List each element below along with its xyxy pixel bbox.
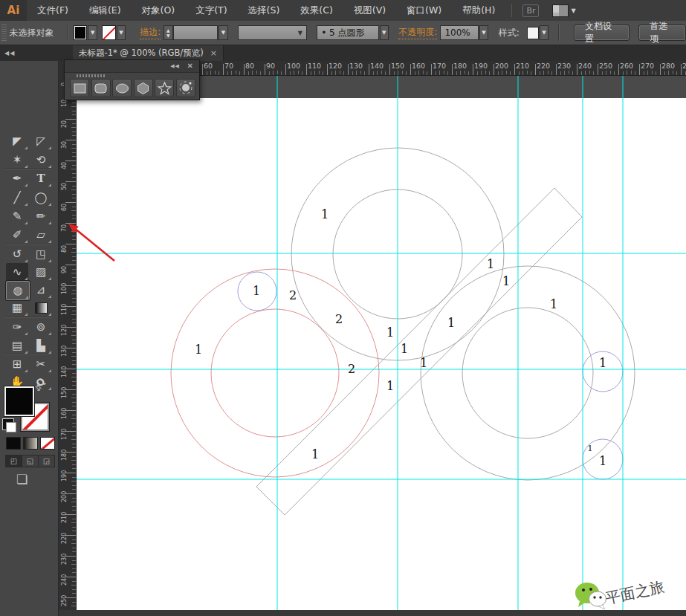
ruler-minor-tick [71,564,76,565]
flare-tool[interactable] [176,79,195,97]
stroke-panel-link[interactable]: 描边: [140,26,161,39]
selection-tool[interactable]: ◤ [6,132,28,150]
menu-item-7[interactable]: 窗口(W) [396,0,452,21]
ruler-tick [265,64,265,75]
document-setup-button[interactable]: 文档设置 [574,25,630,41]
preferences-button[interactable]: 首选项 [638,25,686,41]
control-bar: 未选择对象 ▼ ▼ 描边: ▲▼ ▼ ▼ • 5 点圆形 ▼ 不透明度: 100… [0,21,686,45]
pen-tool[interactable]: ✒ [6,169,28,187]
stroke-weight-input[interactable] [173,25,219,40]
stroke-color-swatch[interactable] [102,25,116,40]
panel-grip[interactable] [77,74,106,77]
ruler-minor-tick [256,71,257,74]
ruler-minor-tick [685,71,686,75]
fill-dropdown-button[interactable]: ▼ [88,25,97,40]
direct-selection-tool[interactable]: ◸ [30,132,52,150]
style-dropdown-button[interactable]: ▼ [540,25,549,40]
rectangle-tool[interactable] [70,79,89,97]
workspace-layout-button[interactable]: ▼ [552,4,575,17]
ruler-label: 90 [61,266,68,273]
rounded-rectangle-tool[interactable] [91,79,111,97]
fill-color-indicator[interactable] [4,386,34,416]
color-mode-button[interactable] [6,437,21,450]
artwork[interactable]: 111112211111211111 [76,75,686,610]
symbol-sprayer-tool[interactable]: ▤ [6,337,28,354]
ruler-tick [65,285,76,286]
ruler-minor-tick [72,527,76,528]
menu-item-1[interactable]: 编辑(E) [79,0,132,21]
free-transform-tool[interactable]: ▨ [30,263,52,281]
column-graph-tool[interactable]: ▙ [30,337,52,354]
menu-item-5[interactable]: 效果(C) [290,0,343,21]
opacity-input[interactable]: 100% [440,25,478,40]
paintbrush-tool[interactable]: ✎ [6,207,28,225]
blob-brush-tool[interactable]: ✐ [6,226,28,244]
fill-color-swatch[interactable] [74,25,88,40]
none-mode-button[interactable] [40,437,55,450]
lasso-tool[interactable]: ⟲ [30,151,52,169]
default-fill-stroke-icon[interactable] [2,418,14,430]
ruler-minor-tick [72,381,76,382]
panel-close-icon[interactable]: ✕ [187,62,193,70]
ruler-tick [65,556,76,557]
draw-behind-button[interactable]: ◱ [22,455,39,467]
scale-tool[interactable]: ◳ [30,245,52,263]
perspective-grid-tool[interactable]: ⊿ [30,281,52,299]
screen-mode-button[interactable]: ❏ [16,472,27,487]
menu-item-2[interactable]: 对象(O) [132,0,186,21]
gradient-tool[interactable] [30,299,52,317]
artboard[interactable] [76,99,686,610]
brush-definition-dropdown[interactable]: • 5 点圆形 [317,25,378,40]
shape-builder-tool[interactable]: ◍ [6,281,30,300]
tools-collapse-button[interactable]: ◀◀ [4,50,68,56]
style-swatch[interactable] [527,27,539,39]
stroke-dropdown-button[interactable]: ▼ [117,25,126,40]
stroke-weight-dropdown[interactable]: ▼ [219,25,227,40]
menu-item-6[interactable]: 视图(V) [343,0,396,21]
ellipse-tool[interactable]: ◯ [30,189,52,207]
polygon-tool[interactable] [134,79,153,97]
draw-inside-button[interactable]: ◲ [38,455,55,467]
ruler-tick [65,389,76,390]
document-tab[interactable]: 未标题-1* @ 100% (RGB/预览) × [73,45,224,61]
variable-width-dropdown[interactable]: ▼ [238,25,307,40]
bridge-button[interactable]: Br [522,4,539,17]
eyedropper-tool[interactable]: ✑ [6,318,28,336]
control-bar-grip[interactable] [1,25,7,41]
brush-dropdown-button[interactable]: ▼ [380,25,389,40]
draw-normal-button[interactable]: ◰ [5,455,22,467]
menu-item-3[interactable]: 文字(T) [185,0,237,21]
ruler-minor-tick [72,589,76,590]
menu-item-8[interactable]: 帮助(H) [452,0,505,21]
tab-close-icon[interactable]: × [210,48,217,58]
mesh-tool[interactable]: ▦ [6,299,28,317]
type-tool[interactable]: T [30,169,52,187]
panel-collapse-button[interactable]: ◀◀ [170,63,180,69]
ruler-minor-tick [71,418,76,419]
line-segment-tool[interactable]: ╱ [6,189,28,207]
eraser-tool[interactable]: ▱ [30,226,52,244]
ruler-minor-tick [72,394,76,395]
opacity-dropdown-button[interactable]: ▼ [479,25,488,40]
gradient-mode-button[interactable] [23,437,38,450]
ruler-minor-tick [248,71,249,75]
rotate-tool[interactable]: ↺ [6,245,28,263]
tool-flyout-mark [48,259,51,262]
artboard-tool[interactable]: ⊞ [6,355,28,373]
ruler-minor-tick [71,481,76,482]
width-tool[interactable]: ∿ [6,263,28,281]
region-count-label: 1 [195,343,202,357]
ruler-minor-tick [436,71,436,75]
star-tool[interactable] [155,79,174,97]
stroke-weight-stepper[interactable]: ▲▼ [164,25,172,40]
region-count-label: 2 [335,312,343,326]
menu-item-4[interactable]: 选择(S) [238,0,291,21]
menu-item-0[interactable]: 文件(F) [27,0,79,21]
opacity-panel-link[interactable]: 不透明度: [398,26,437,39]
blend-tool[interactable]: ⊚ [30,318,52,336]
ruler-minor-tick [668,71,669,75]
ellipse-tool[interactable] [112,79,132,97]
magic-wand-tool[interactable]: ✶ [6,151,28,169]
slice-tool[interactable]: ✂ [30,355,52,373]
pencil-tool[interactable]: ✏ [30,207,52,225]
